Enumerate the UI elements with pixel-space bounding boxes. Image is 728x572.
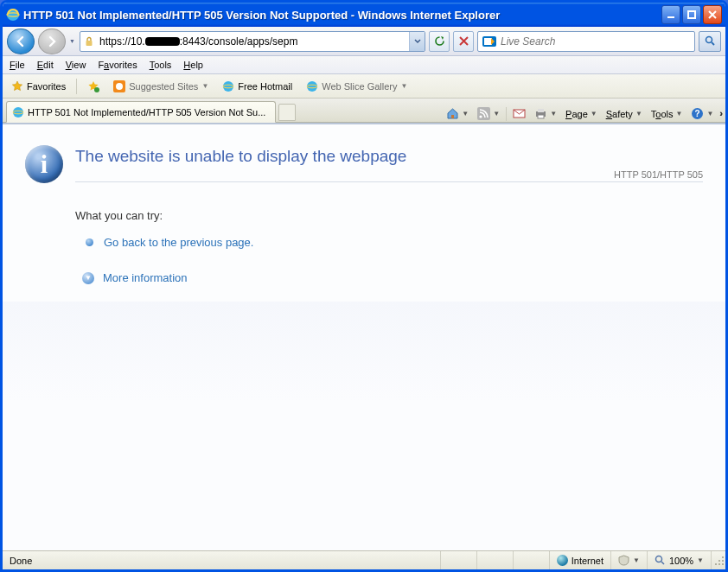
svg-text:?: ?: [695, 109, 700, 118]
divider: [75, 181, 703, 182]
address-dropdown-icon[interactable]: [409, 32, 425, 51]
menu-edit[interactable]: EditEdit: [37, 60, 54, 70]
svg-point-28: [722, 560, 724, 562]
menubar: FFileile EditEdit ViewView FavoritesFavo…: [3, 56, 725, 74]
help-icon: ?: [691, 107, 704, 120]
favorites-bar: Favorites Suggested Sites ▼ Free Hotmail…: [3, 74, 725, 99]
nav-toolbar: ▼ https://10.:8443/console/apps/sepm: [3, 27, 725, 56]
new-tab-button[interactable]: [278, 104, 296, 121]
svg-rect-2: [667, 16, 674, 18]
zoom-level: 100%: [669, 556, 693, 566]
stop-button[interactable]: [453, 31, 474, 52]
home-button[interactable]: ▼: [444, 105, 471, 122]
menu-file[interactable]: FFileile: [10, 60, 25, 70]
svg-point-15: [13, 107, 23, 118]
content-fill: [3, 302, 725, 550]
read-mail-button[interactable]: [510, 105, 528, 122]
svg-point-13: [307, 81, 317, 92]
webslice-label: Web Slice Gallery: [322, 81, 397, 92]
refresh-button[interactable]: [429, 31, 450, 52]
svg-point-32: [715, 563, 717, 565]
tools-menu[interactable]: ToolsTools▼: [648, 107, 686, 121]
window-title: HTTP 501 Not Implemented/HTTP 505 Versio…: [23, 9, 661, 22]
tab-bar: HTTP 501 Not Implemented/HTTP 505 Versio…: [3, 99, 725, 123]
expand-icon[interactable]: ▼: [82, 272, 94, 284]
svg-point-19: [480, 115, 482, 118]
url-prefix: https://10.: [99, 35, 145, 48]
try-label: What you can try:: [75, 209, 703, 222]
zone-label: Internet: [572, 556, 603, 566]
svg-rect-17: [451, 115, 454, 118]
zone-indicator[interactable]: Internet: [550, 551, 611, 569]
suggested-icon: [113, 80, 125, 92]
svg-point-27: [722, 556, 724, 558]
lock-icon: [80, 36, 98, 47]
favorites-label: Favorites: [27, 81, 66, 92]
help-button[interactable]: ?▼: [688, 105, 716, 122]
zoom-control[interactable]: 100% ▼: [648, 551, 712, 569]
hotmail-label: Free Hotmail: [238, 81, 292, 92]
history-dropdown-icon[interactable]: ▼: [69, 38, 76, 44]
svg-point-29: [718, 560, 720, 562]
menu-help[interactable]: HelpHelp: [183, 60, 203, 70]
info-icon: i: [25, 145, 63, 183]
ie-icon: [6, 8, 20, 22]
star-add-icon: [87, 80, 99, 92]
bing-icon: [482, 35, 497, 48]
address-bar[interactable]: https://10.:8443/console/apps/sepm: [80, 31, 425, 52]
back-button[interactable]: [7, 29, 35, 54]
zoom-icon: [655, 555, 666, 566]
add-favorite-button[interactable]: [84, 79, 103, 94]
more-info-link[interactable]: More information: [103, 271, 188, 284]
command-bar: ▼ ▼ ▼ PagePage▼ SafetySafety▼ ToolsTools…: [438, 105, 725, 122]
close-button[interactable]: [703, 5, 722, 24]
ie-small-icon: [222, 80, 234, 92]
safety-menu[interactable]: SafetySafety▼: [603, 107, 645, 121]
svg-point-30: [722, 563, 724, 565]
error-code: HTTP 501/HTTP 505: [75, 169, 703, 180]
svg-point-26: [655, 556, 661, 562]
protected-mode-button[interactable]: ▼: [611, 551, 648, 569]
svg-point-7: [706, 37, 712, 43]
search-box[interactable]: [477, 31, 695, 52]
bullet-icon: [86, 238, 93, 246]
error-heading: The website is unable to display the web…: [75, 147, 703, 166]
url-redacted: [145, 37, 180, 46]
svg-point-10: [116, 83, 123, 90]
resize-grip[interactable]: [712, 551, 725, 569]
status-bar: Done Internet ▼ 100% ▼: [3, 550, 725, 569]
separator: [76, 79, 77, 94]
free-hotmail-button[interactable]: Free Hotmail: [219, 79, 296, 94]
svg-point-31: [718, 563, 720, 565]
svg-rect-23: [538, 115, 544, 118]
globe-icon: [557, 555, 568, 566]
svg-rect-4: [86, 41, 93, 46]
ie-tab-icon: [12, 106, 24, 118]
forward-button[interactable]: [38, 29, 66, 54]
active-tab[interactable]: HTTP 501 Not Implemented/HTTP 505 Versio…: [6, 101, 276, 123]
favorites-button[interactable]: Favorites: [8, 79, 69, 94]
overflow-button[interactable]: ››: [719, 109, 720, 118]
maximize-button[interactable]: [682, 5, 701, 24]
web-slice-button[interactable]: Web Slice Gallery ▼: [303, 79, 411, 94]
go-back-link[interactable]: Go back to the previous page.: [104, 236, 253, 249]
menu-view[interactable]: ViewView: [66, 60, 86, 70]
titlebar: HTTP 501 Not Implemented/HTTP 505 Versio…: [3, 3, 725, 27]
menu-favorites[interactable]: FavoritesFavorites: [98, 60, 137, 70]
minimize-button[interactable]: [661, 5, 680, 24]
svg-rect-3: [688, 11, 695, 18]
suggested-sites-button[interactable]: Suggested Sites ▼: [110, 79, 212, 94]
menu-tools[interactable]: ToolsTools: [150, 60, 172, 70]
search-go-button[interactable]: [699, 31, 721, 52]
feeds-button[interactable]: ▼: [475, 105, 502, 122]
tab-title: HTTP 501 Not Implemented/HTTP 505 Versio…: [28, 107, 265, 118]
print-button[interactable]: ▼: [532, 105, 559, 122]
status-text: Done: [3, 551, 405, 569]
search-input[interactable]: [501, 35, 694, 48]
star-icon: [11, 80, 23, 92]
suggested-label: Suggested Sites: [129, 81, 198, 92]
svg-point-11: [223, 81, 233, 92]
shield-icon: [618, 555, 629, 566]
page-menu[interactable]: PagePage▼: [563, 107, 600, 121]
home-icon: [446, 107, 459, 120]
